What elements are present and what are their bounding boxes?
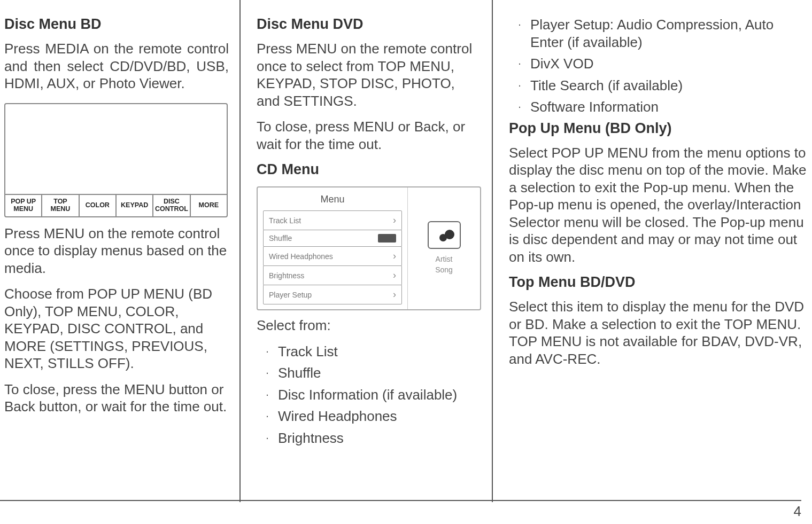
- list-item: ·Wired Headphones: [257, 408, 481, 425]
- paragraph: Press MENU on the remote control once to…: [257, 40, 481, 110]
- column-3: ·Player Setup: Audio Compression, Auto E…: [492, 0, 812, 502]
- cd-options-list: ·Track List ·Shuffle ·Disc Information (…: [257, 343, 481, 447]
- cd-menu-item-player-setup: Player Setup ›: [263, 285, 402, 304]
- list-item-text: Brightness: [278, 429, 481, 447]
- menu-item-label: Track List: [269, 216, 301, 225]
- column-1: Disc Menu BD Press MEDIA on the remote c…: [0, 0, 239, 502]
- bullet-icon: ·: [509, 98, 530, 114]
- bullet-icon: ·: [257, 429, 278, 445]
- list-item-text: Disc Information (if available): [278, 386, 481, 404]
- cd-menu-title: Menu: [263, 192, 402, 210]
- paragraph: Press MENU on the remote control once to…: [4, 225, 229, 277]
- bullet-icon: ·: [509, 77, 530, 93]
- paragraph: Press MEDIA on the remote control and th…: [4, 40, 229, 92]
- figure-cd-menu: Menu Track List › Shuffle Wired Headphon…: [257, 186, 481, 310]
- list-item: ·Software Information: [509, 98, 807, 116]
- heading-top-menu: Top Menu BD/DVD: [509, 274, 807, 291]
- chevron-right-icon: ›: [393, 215, 396, 226]
- chevron-right-icon: ›: [393, 270, 396, 281]
- cd-menu-list: Menu Track List › Shuffle Wired Headphon…: [258, 187, 407, 309]
- bullet-icon: ·: [509, 16, 530, 32]
- bullet-icon: ·: [257, 364, 278, 380]
- menu-item-label: Wired Headphones: [269, 252, 333, 261]
- list-item-text: DivX VOD: [530, 55, 807, 73]
- toolbar-popup-menu: POP UP MENU: [5, 195, 42, 216]
- bd-toolbar: POP UP MENU TOP MENU COLOR KEYPAD DISC C…: [5, 195, 227, 216]
- album-art-icon: [428, 221, 461, 249]
- cd-options-list-cont: ·Player Setup: Audio Compression, Auto E…: [509, 16, 807, 116]
- bullet-icon: ·: [257, 408, 278, 424]
- menu-item-label: Player Setup: [269, 291, 312, 299]
- artist-label: Artist: [435, 254, 453, 265]
- toolbar-keypad: KEYPAD: [117, 195, 153, 216]
- column-2: Disc Menu DVD Press MENU on the remote c…: [239, 0, 492, 502]
- list-item: ·Shuffle: [257, 364, 481, 382]
- list-item-text: Track List: [278, 343, 481, 361]
- heading-disc-menu-bd: Disc Menu BD: [4, 16, 229, 33]
- list-item-text: Shuffle: [278, 364, 481, 382]
- figure-blank-area: [5, 104, 227, 195]
- song-label: Song: [435, 265, 453, 276]
- list-item-text: Player Setup: Audio Compression, Auto En…: [530, 16, 807, 51]
- figure-bd-toolbar: POP UP MENU TOP MENU COLOR KEYPAD DISC C…: [4, 103, 228, 217]
- bullet-icon: ·: [509, 55, 530, 71]
- cd-menu-item-wired-headphones: Wired Headphones ›: [263, 246, 402, 266]
- paragraph: Select from:: [257, 317, 481, 334]
- paragraph: Select this item to display the menu for…: [509, 298, 807, 367]
- list-item-text: Title Search (if available): [530, 77, 807, 95]
- chevron-right-icon: ›: [393, 289, 396, 300]
- list-item: ·Title Search (if available): [509, 77, 807, 95]
- list-item: ·Disc Information (if available): [257, 386, 481, 404]
- cd-menu-item-brightness: Brightness ›: [263, 265, 402, 285]
- heading-popup-menu: Pop Up Menu (BD Only): [509, 120, 807, 137]
- list-item-text: Wired Headphones: [278, 408, 481, 425]
- toolbar-top-menu: TOP MENU: [42, 195, 79, 216]
- paragraph: To close, press the MENU button or Back …: [4, 381, 229, 416]
- manual-page: Disc Menu BD Press MEDIA on the remote c…: [0, 0, 812, 502]
- chevron-right-icon: ›: [393, 251, 396, 262]
- menu-item-label: Shuffle: [269, 234, 292, 243]
- list-item: ·Player Setup: Audio Compression, Auto E…: [509, 16, 807, 51]
- cd-now-playing: Artist Song: [407, 187, 480, 309]
- menu-item-label: Brightness: [269, 271, 304, 280]
- paragraph: To close, press MENU or Back, or wait fo…: [257, 118, 481, 153]
- toolbar-color: COLOR: [80, 195, 117, 216]
- list-item: ·Track List: [257, 343, 481, 361]
- heading-cd-menu: CD Menu: [257, 161, 481, 178]
- list-item-text: Software Information: [530, 98, 807, 116]
- paragraph: Choose from POP UP MENU (BD Only), TOP M…: [4, 285, 229, 372]
- now-playing-meta: Artist Song: [435, 254, 453, 275]
- toolbar-more: MORE: [191, 195, 227, 216]
- cd-menu-item-shuffle: Shuffle: [263, 230, 402, 247]
- cd-menu-item-tracklist: Track List ›: [263, 210, 402, 230]
- heading-disc-menu-dvd: Disc Menu DVD: [257, 16, 481, 33]
- paragraph: Select POP UP MENU from the menu options…: [509, 144, 807, 266]
- page-number: 4: [0, 500, 801, 520]
- bullet-icon: ·: [257, 386, 278, 402]
- toggle-icon: [378, 234, 396, 243]
- bullet-icon: ·: [257, 343, 278, 359]
- toolbar-disc-control: DISC CONTROL: [153, 195, 190, 216]
- list-item: ·Brightness: [257, 429, 481, 447]
- list-item: ·DivX VOD: [509, 55, 807, 73]
